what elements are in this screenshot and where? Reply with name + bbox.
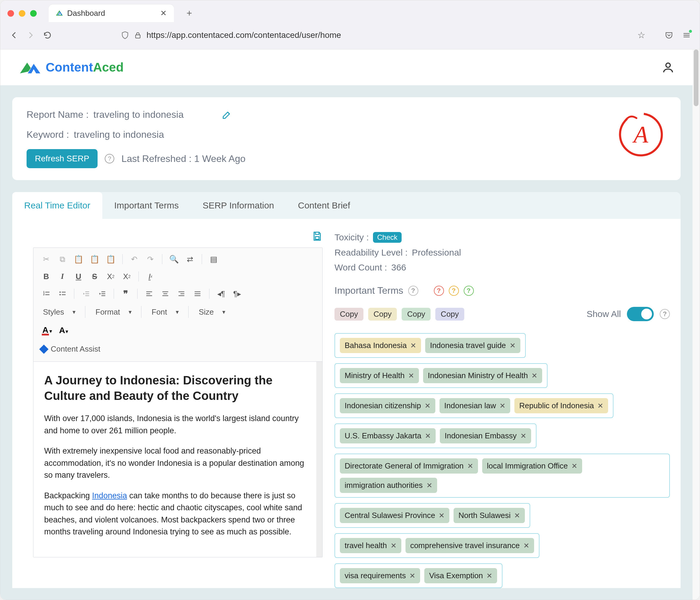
legend-yellow-icon[interactable]: ?: [449, 286, 459, 296]
term-chip[interactable]: Indonesian Embassy✕: [440, 428, 531, 443]
ltr-button[interactable]: ◂¶: [214, 288, 228, 300]
pocket-icon[interactable]: [665, 31, 673, 40]
copy-button-4[interactable]: Copy: [435, 308, 464, 320]
article-link[interactable]: Indonesia: [92, 491, 127, 500]
term-chip[interactable]: Ministry of Health✕: [340, 368, 419, 383]
save-button[interactable]: [312, 231, 323, 241]
tab-content-brief[interactable]: Content Brief: [286, 192, 362, 219]
legend-red-icon[interactable]: ?: [434, 286, 444, 296]
remove-chip-icon[interactable]: ✕: [408, 371, 414, 380]
select-all-icon[interactable]: ▤: [207, 253, 221, 265]
subscript-button[interactable]: X2: [104, 270, 118, 282]
rtl-button[interactable]: ¶▸: [230, 288, 244, 300]
term-chip[interactable]: North Sulawesi✕: [453, 508, 525, 523]
remove-chip-icon[interactable]: ✕: [486, 572, 492, 580]
italic-button[interactable]: I: [55, 270, 69, 282]
find-icon[interactable]: 🔍: [167, 253, 181, 265]
show-all-toggle[interactable]: [627, 307, 654, 321]
help-icon[interactable]: ?: [408, 286, 418, 296]
remove-chip-icon[interactable]: ✕: [514, 512, 520, 520]
remove-chip-icon[interactable]: ✕: [499, 402, 505, 410]
bold-button[interactable]: B: [40, 270, 53, 282]
remove-chip-icon[interactable]: ✕: [520, 432, 526, 440]
term-chip[interactable]: Indonesian law✕: [440, 398, 510, 413]
remove-format-button[interactable]: Ix: [144, 270, 157, 282]
paste-icon[interactable]: 📋: [72, 253, 85, 265]
close-tab-button[interactable]: ✕: [160, 9, 167, 18]
user-menu-icon[interactable]: [661, 61, 675, 74]
align-justify-button[interactable]: [191, 288, 204, 300]
edit-report-name-button[interactable]: [221, 109, 232, 120]
term-chip[interactable]: Visa Exemption✕: [424, 568, 497, 583]
numbered-list-button[interactable]: 12: [40, 288, 53, 300]
remove-chip-icon[interactable]: ✕: [425, 432, 431, 440]
underline-button[interactable]: U: [72, 270, 85, 282]
bg-color-button[interactable]: A▾: [57, 324, 70, 336]
redo-icon[interactable]: ↷: [144, 253, 157, 265]
back-button[interactable]: [9, 30, 19, 40]
align-left-button[interactable]: [142, 288, 156, 300]
term-chip[interactable]: Indonesia travel guide✕: [425, 338, 520, 353]
term-chip[interactable]: Republic of Indonesia✕: [515, 398, 608, 413]
term-chip[interactable]: Directorate General of Immigration✕: [340, 458, 478, 474]
copy-button-2[interactable]: Copy: [368, 308, 397, 320]
tab-important-terms[interactable]: Important Terms: [102, 192, 191, 219]
undo-icon[interactable]: ↶: [127, 253, 141, 265]
show-all-help-icon[interactable]: ?: [660, 309, 670, 319]
remove-chip-icon[interactable]: ✕: [410, 341, 416, 350]
term-chip[interactable]: travel health✕: [340, 538, 401, 553]
copy-button-3[interactable]: Copy: [402, 308, 430, 320]
remove-chip-icon[interactable]: ✕: [439, 512, 445, 520]
superscript-button[interactable]: X2: [120, 270, 134, 282]
browser-tab[interactable]: Dashboard ✕: [49, 4, 174, 22]
tab-real-time-editor[interactable]: Real Time Editor: [12, 192, 102, 219]
menu-button[interactable]: [682, 31, 691, 40]
remove-chip-icon[interactable]: ✕: [425, 402, 430, 410]
remove-chip-icon[interactable]: ✕: [467, 462, 473, 470]
tab-serp-information[interactable]: SERP Information: [191, 192, 286, 219]
paste-text-icon[interactable]: 📋: [88, 253, 101, 265]
outdent-button[interactable]: [79, 288, 93, 300]
term-chip[interactable]: Central Sulawesi Province✕: [340, 508, 449, 523]
reload-button[interactable]: [43, 30, 52, 40]
remove-chip-icon[interactable]: ✕: [531, 371, 538, 380]
term-chip[interactable]: U.S. Embassy Jakarta✕: [340, 428, 435, 443]
window-maximize-button[interactable]: [30, 10, 37, 17]
scrollbar-thumb[interactable]: [694, 50, 699, 106]
term-chip[interactable]: Indonesian Ministry of Health✕: [423, 368, 542, 383]
cut-icon[interactable]: ✂: [40, 253, 53, 265]
replace-icon[interactable]: ⇄: [183, 253, 197, 265]
toxicity-check-button[interactable]: Check: [373, 232, 402, 243]
copy-button-1[interactable]: Copy: [334, 308, 364, 320]
scrollbar[interactable]: [693, 50, 700, 600]
term-chip[interactable]: Indonesian citizenship✕: [340, 398, 435, 413]
align-right-button[interactable]: [175, 288, 188, 300]
font-dropdown[interactable]: Font: [148, 305, 182, 319]
forward-button[interactable]: [26, 30, 35, 40]
term-chip[interactable]: comprehensive travel insurance✕: [405, 538, 534, 553]
paste-word-icon[interactable]: 📋: [104, 253, 118, 265]
remove-chip-icon[interactable]: ✕: [409, 572, 415, 580]
remove-chip-icon[interactable]: ✕: [571, 462, 577, 470]
remove-chip-icon[interactable]: ✕: [597, 402, 603, 410]
strike-button[interactable]: S: [88, 270, 101, 282]
align-center-button[interactable]: [158, 288, 172, 300]
bookmark-button[interactable]: ☆: [638, 30, 645, 40]
window-close-button[interactable]: [7, 10, 14, 17]
address-bar[interactable]: https://app.contentaced.com/contentaced/…: [59, 27, 651, 43]
remove-chip-icon[interactable]: ✕: [523, 542, 529, 550]
remove-chip-icon[interactable]: ✕: [510, 341, 516, 350]
content-assist-button[interactable]: Content Assist: [40, 342, 316, 356]
blockquote-button[interactable]: ❞: [119, 288, 132, 300]
remove-chip-icon[interactable]: ✕: [426, 481, 432, 490]
bullet-list-button[interactable]: [55, 288, 69, 300]
size-dropdown[interactable]: Size: [195, 305, 228, 319]
indent-button[interactable]: [95, 288, 109, 300]
term-chip[interactable]: visa requirements✕: [340, 568, 420, 583]
copy-icon[interactable]: ⧉: [55, 253, 69, 265]
remove-chip-icon[interactable]: ✕: [391, 542, 397, 550]
styles-dropdown[interactable]: Styles: [40, 305, 78, 319]
refresh-help-icon[interactable]: ?: [105, 154, 114, 163]
window-minimize-button[interactable]: [19, 10, 25, 17]
format-dropdown[interactable]: Format: [92, 305, 134, 319]
